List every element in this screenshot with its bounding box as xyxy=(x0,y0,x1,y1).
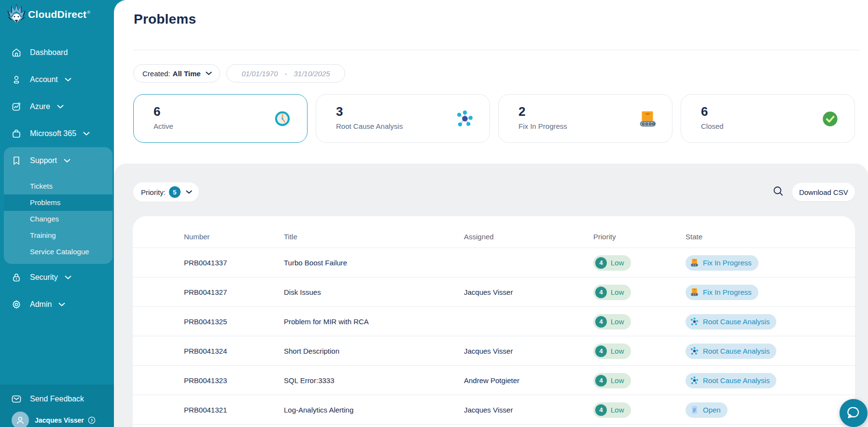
table-row[interactable]: PRB0041325Problem for MIR with RCA4LowRo… xyxy=(133,307,855,336)
envelope-icon xyxy=(12,394,21,404)
table-body: PRB0041337Turbo Boost Failure4LowFix In … xyxy=(133,248,855,425)
sidebar-item-account[interactable]: Account xyxy=(0,66,114,93)
sidebar-item-tickets[interactable]: Tickets xyxy=(4,178,112,194)
cell-number: PRB0041321 xyxy=(184,395,227,425)
sidebar-item-dashboard[interactable]: Dashboard xyxy=(0,39,114,66)
state-text: Root Cause Analysis xyxy=(703,347,770,355)
priority-number: 4 xyxy=(595,375,607,386)
stat-label: Closed xyxy=(701,122,724,130)
cell-assigned: Jacques Visser xyxy=(464,336,513,366)
sidebar-item-microsoft-365[interactable]: Microsoft 365 xyxy=(0,120,114,147)
created-filter-dropdown[interactable]: Created: All Time xyxy=(133,64,220,83)
table-row[interactable]: PRB0041321Log-Analytics AlertingJacques … xyxy=(133,395,855,425)
table-row[interactable]: PRB0041324Short DescriptionJacques Visse… xyxy=(133,336,855,366)
table-row[interactable]: PRB0041337Turbo Boost Failure4LowFix In … xyxy=(133,248,855,277)
stat-card-closed[interactable]: 6Closed xyxy=(681,94,855,143)
column-header-number: Number xyxy=(184,225,210,248)
cell-priority: 4Low xyxy=(593,366,631,395)
main-content: Problems Created: All Time 01/01/1970 - … xyxy=(114,0,868,427)
brand-logo[interactable]: CloudDirect® xyxy=(7,4,90,25)
conveyor-mini-icon xyxy=(690,258,699,267)
priority-number: 4 xyxy=(595,287,607,298)
sidebar-item-support[interactable]: Support xyxy=(4,147,112,174)
chevron-down-icon xyxy=(58,303,65,306)
molecule-mini-icon xyxy=(690,317,699,326)
cell-priority: 4Low xyxy=(593,277,631,307)
search-button[interactable] xyxy=(769,182,788,202)
stat-label: Fix In Progress xyxy=(518,122,567,130)
created-filter-label: Created: xyxy=(142,69,170,78)
column-header-title: Title xyxy=(284,225,297,248)
cell-state: Open xyxy=(686,395,728,425)
sidebar-item-azure[interactable]: Azure xyxy=(0,93,114,120)
cell-priority: 4Low xyxy=(593,336,631,366)
created-filter-value: All Time xyxy=(173,69,201,78)
priority-badge: 4Low xyxy=(593,344,631,359)
cell-title: Turbo Boost Failure xyxy=(284,248,347,277)
chevron-down-icon xyxy=(64,159,70,163)
cell-priority: 4Low xyxy=(593,248,631,277)
sidebar-item-training[interactable]: Training xyxy=(4,227,112,244)
sidebar-group-support: SupportTicketsProblemsChangesTrainingSer… xyxy=(4,147,112,264)
table-row[interactable]: PRB0041327Disk IssuesJacques Visser4LowF… xyxy=(133,277,855,307)
send-feedback-label: Send Feedback xyxy=(30,395,84,403)
clouddirect-mascot-icon xyxy=(7,4,26,25)
clock-icon xyxy=(272,108,293,129)
molecule-mini-icon xyxy=(690,376,699,385)
state-badge: Fix In Progress xyxy=(686,285,758,300)
problems-table: NumberTitleAssignedPriorityState PRB0041… xyxy=(133,216,855,427)
sidebar-item-problems[interactable]: Problems xyxy=(4,194,112,211)
table-panel: Priority: 5 Download CSV NumberTitleAssi… xyxy=(114,164,868,427)
cell-number: PRB0041323 xyxy=(184,366,227,395)
sidebar-item-admin[interactable]: Admin xyxy=(0,291,114,318)
stat-value: 3 xyxy=(336,104,343,119)
column-header-assigned: Assigned xyxy=(464,225,494,248)
sidebar-nav: DashboardAccountAzureMicrosoft 365Suppor… xyxy=(0,39,114,318)
user-menu[interactable]: Jacques Visser xyxy=(0,410,114,427)
cell-title: Disk Issues xyxy=(284,277,321,307)
cell-title: Problem for MIR with RCA xyxy=(284,307,369,336)
chevron-right-circle-icon xyxy=(88,416,96,424)
priority-text: Low xyxy=(611,288,624,296)
stat-card-root-cause-analysis[interactable]: 3Root Cause Analysis xyxy=(316,94,490,143)
send-feedback-item[interactable]: Send Feedback xyxy=(0,388,114,410)
state-text: Root Cause Analysis xyxy=(703,376,770,385)
sidebar-item-changes[interactable]: Changes xyxy=(4,211,112,227)
avatar xyxy=(12,412,29,427)
cell-number: PRB0041324 xyxy=(184,336,227,366)
cell-state: Root Cause Analysis xyxy=(686,307,776,336)
priority-badge: 4Low xyxy=(593,255,631,271)
date-to: 31/10/2025 xyxy=(294,69,330,78)
table-row[interactable]: PRB0041323SQL Error:3333Andrew Potgieter… xyxy=(133,366,855,395)
download-csv-button[interactable]: Download CSV xyxy=(792,183,855,201)
search-icon xyxy=(773,186,784,198)
stat-card-fix-in-progress[interactable]: 2Fix In Progress xyxy=(498,94,672,143)
cell-title: Short Description xyxy=(284,336,339,366)
date-range-input[interactable]: 01/01/1970 - 31/10/2025 xyxy=(226,64,345,83)
sidebar-item-security[interactable]: Security xyxy=(0,264,114,291)
chevron-down-icon xyxy=(83,132,90,136)
priority-text: Low xyxy=(611,406,624,414)
priority-filter-dropdown[interactable]: Priority: 5 xyxy=(133,182,199,202)
person-icon xyxy=(12,75,21,84)
chat-button[interactable] xyxy=(840,399,868,427)
priority-badge: 4Low xyxy=(593,314,631,330)
priority-number: 4 xyxy=(595,257,607,269)
priority-text: Low xyxy=(611,376,624,385)
cell-priority: 4Low xyxy=(593,307,631,336)
document-mini-icon xyxy=(690,405,699,414)
priority-badge: 4Low xyxy=(593,373,631,388)
priority-text: Low xyxy=(611,259,624,267)
stat-value: 6 xyxy=(701,104,708,119)
priority-number: 4 xyxy=(595,316,607,328)
cell-state: Root Cause Analysis xyxy=(686,336,776,366)
chevron-down-icon xyxy=(65,78,71,82)
stat-label: Active xyxy=(154,122,173,130)
table-header-row: NumberTitleAssignedPriorityState xyxy=(133,216,855,248)
priority-number: 4 xyxy=(595,404,607,416)
home-icon xyxy=(12,48,21,57)
sidebar-item-service-catalogue[interactable]: Service Catalogue xyxy=(4,244,112,260)
state-text: Open xyxy=(703,406,721,414)
cell-number: PRB0041325 xyxy=(184,307,227,336)
stat-card-active[interactable]: 6Active xyxy=(133,94,308,143)
